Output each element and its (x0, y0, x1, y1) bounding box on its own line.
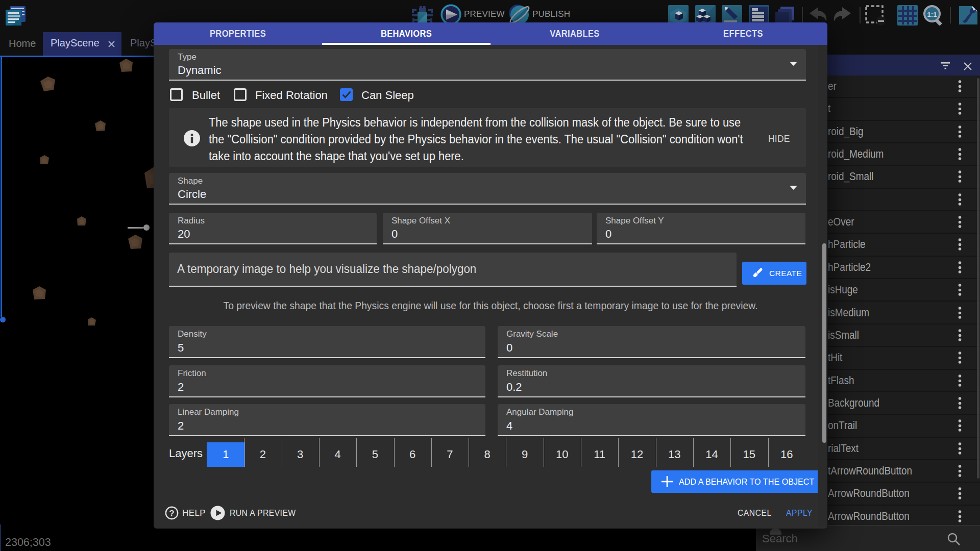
svg-text:1:1: 1:1 (927, 11, 937, 18)
svg-text:?: ? (169, 509, 174, 518)
